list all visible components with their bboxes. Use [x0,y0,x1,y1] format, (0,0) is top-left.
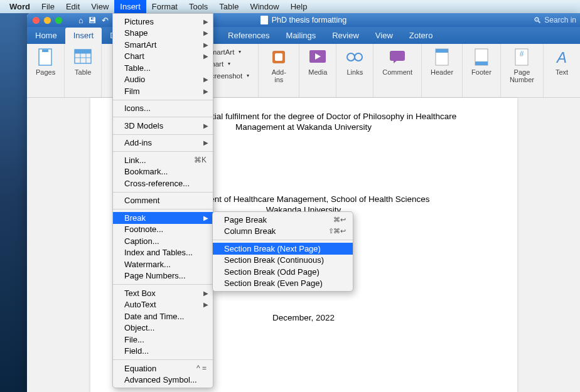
document-title: PhD thesis formatting [272,16,347,24]
minimize-window-button[interactable] [44,17,51,24]
menu-item-icons[interactable]: Icons... [113,103,213,115]
tab-review[interactable]: Review [324,28,367,44]
menu-item-advanced-symbol[interactable]: Advanced Symbol... [113,374,213,386]
submenu-item-section-break-even[interactable]: Section Break (Even Page) [213,278,353,290]
menu-file[interactable]: File [36,0,60,13]
ribbon-group-pagenumber: # Page Number [501,44,544,97]
menu-insert[interactable]: Insert [114,0,146,13]
menu-item-link[interactable]: Link...⌘K [113,154,213,166]
menu-item-bookmark[interactable]: Bookmark... [113,166,213,178]
ribbon-group-links: Links [336,44,373,97]
menu-item-text-box[interactable]: Text Box▶ [113,287,213,299]
menu-item-table[interactable]: Table... [113,62,213,74]
header-button[interactable]: Header [427,46,457,77]
close-window-button[interactable] [33,17,40,24]
tab-mailings[interactable]: Mailings [278,28,325,44]
footer-icon [472,48,491,66]
svg-rect-20 [436,49,448,53]
submenu-item-section-break-continuous[interactable]: Section Break (Continuous) [213,255,353,267]
menu-format[interactable]: Format [146,0,183,13]
menu-item-chart[interactable]: Chart▶ [113,51,213,63]
menu-item-caption[interactable]: Caption... [113,235,213,247]
menu-item-page-numbers[interactable]: Page Numbers... [113,270,213,282]
home-icon[interactable]: ⌂ [78,16,83,25]
submenu-arrow-icon: ▶ [203,139,208,146]
links-label: Links [346,68,363,76]
menu-item-cross-reference[interactable]: Cross-reference... [113,177,213,189]
submenu-item-section-break-odd[interactable]: Section Break (Odd Page) [213,266,353,278]
chevron-down-icon: ▾ [228,61,230,66]
menu-item-index-tables[interactable]: Index and Tables... [113,247,213,259]
menu-item-comment[interactable]: Comment [113,195,213,207]
submenu-item-page-break[interactable]: Page Break⌘↩ [213,214,353,226]
undo-icon[interactable]: ↶ [102,16,109,25]
menu-item-equation[interactable]: Equation^ = [113,363,213,374]
menu-view[interactable]: View [85,0,114,13]
menu-item-addins[interactable]: Add-ins▶ [113,137,213,149]
menu-item-autotext[interactable]: AutoText▶ [113,299,213,311]
ribbon-group-comment: Comment [373,44,422,97]
menu-table[interactable]: Table [213,0,244,13]
text-label: Text [556,68,568,76]
media-button[interactable]: Media [304,46,331,77]
menu-separator [113,192,213,193]
comment-button[interactable]: Comment [379,46,416,77]
menu-separator [213,240,353,240]
traffic-lights [27,17,62,24]
addins-label: Add-ins [267,68,290,83]
tab-references[interactable]: References [220,28,277,44]
tab-view[interactable]: View [367,28,401,44]
svg-point-16 [355,53,362,61]
links-button[interactable]: Links [341,46,368,77]
menu-item-film[interactable]: Film▶ [113,85,213,97]
menu-separator [113,134,213,135]
menu-item-pictures[interactable]: Pictures▶ [113,16,213,28]
media-label: Media [308,68,327,76]
chevron-down-icon: ▾ [247,73,249,78]
links-icon [345,48,364,66]
menu-edit[interactable]: Edit [60,0,85,13]
addins-button[interactable]: Add-ins [264,46,294,85]
comment-icon [388,48,407,66]
menu-item-field[interactable]: Field... [113,346,213,358]
submenu-arrow-icon: ▶ [203,215,208,221]
page-number-button[interactable]: # Page Number [506,46,538,85]
menu-item-smartart[interactable]: SmartArt▶ [113,39,213,51]
zoom-window-button[interactable] [55,17,62,24]
menu-item-file[interactable]: File... [113,334,213,346]
menu-item-date-time[interactable]: Date and Time... [113,310,213,322]
tab-zotero[interactable]: Zotero [401,28,441,44]
menu-item-footnote[interactable]: Footnote... [113,224,213,236]
menu-window[interactable]: Window [244,0,284,13]
menu-item-3d-models[interactable]: 3D Models▶ [113,120,213,132]
shortcut-label: ⇧⌘↩ [328,227,346,235]
text-button[interactable]: A Text [549,46,575,77]
ribbon-group-header: Header [422,44,463,97]
menu-item-audio[interactable]: Audio▶ [113,74,213,86]
menu-item-watermark[interactable]: Watermark... [113,258,213,270]
footer-button[interactable]: Footer [468,46,495,77]
svg-rect-22 [475,61,488,65]
menu-item-break[interactable]: Break▶ [113,212,213,224]
menu-tools[interactable]: Tools [183,0,213,13]
table-button[interactable]: Table [70,46,96,77]
save-icon[interactable]: 💾︎ [89,16,97,25]
tab-insert[interactable]: Insert [65,28,102,44]
submenu-item-section-break-next-page[interactable]: Section Break (Next Page) [213,243,353,255]
submenu-arrow-icon: ▶ [203,18,208,25]
comment-label: Comment [382,68,412,76]
tab-home[interactable]: Home [27,28,65,44]
svg-marker-18 [394,60,397,63]
menu-help[interactable]: Help [285,0,313,13]
pages-button[interactable]: Pages [32,46,59,77]
search-field[interactable]: 🔍︎ Search in [534,16,580,25]
word-window: ⌂ 💾︎ ↶ ↷ PhD thesis formatting 🔍︎ Search… [27,13,580,392]
table-label: Table [75,68,91,76]
search-icon: 🔍︎ [534,16,542,25]
submenu-arrow-icon: ▶ [203,76,208,83]
insert-menu-dropdown: Pictures▶ Shape▶ SmartArt▶ Chart▶ Table.… [112,13,213,388]
addins-icon [269,48,288,66]
menu-item-object[interactable]: Object... [113,322,213,334]
menu-item-shape[interactable]: Shape▶ [113,28,213,40]
submenu-item-column-break[interactable]: Column Break⇧⌘↩ [213,226,353,238]
